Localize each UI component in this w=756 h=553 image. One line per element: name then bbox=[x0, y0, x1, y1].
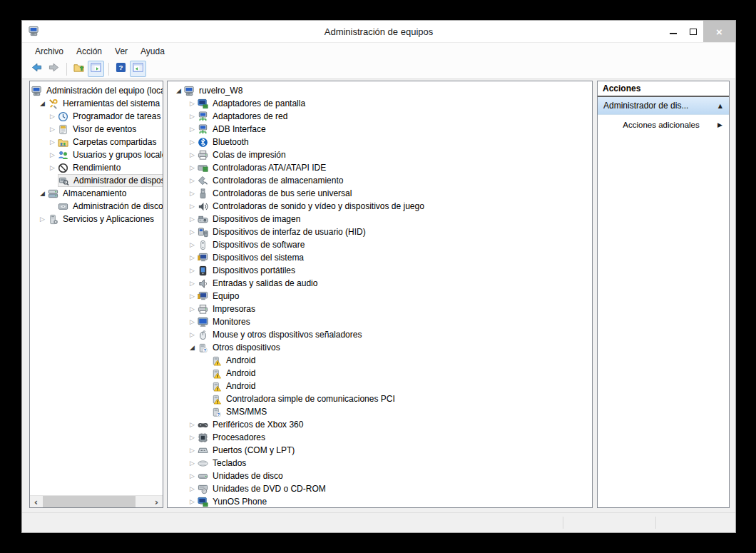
collapse-arrow-icon[interactable]: ▲ bbox=[718, 103, 722, 109]
tree-item[interactable]: ▷Entradas y salidas de audio bbox=[168, 277, 592, 290]
expander-collapsed-icon[interactable]: ▷ bbox=[187, 123, 198, 136]
expander-collapsed-icon[interactable]: ▷ bbox=[187, 328, 198, 341]
tree-item[interactable]: ▷Carpetas compartidas bbox=[30, 136, 163, 148]
tree-item[interactable]: ▷Adaptadores de pantalla bbox=[168, 97, 592, 110]
expander-collapsed-icon[interactable]: ▷ bbox=[187, 290, 198, 303]
tree-item[interactable]: ▷Procesadores bbox=[168, 431, 592, 444]
tree-item[interactable]: ▷Controladoras de almacenamiento bbox=[168, 174, 592, 187]
tree-item[interactable]: ▷Dispositivos de imagen bbox=[168, 213, 592, 225]
expander-collapsed-icon[interactable]: ▷ bbox=[187, 418, 198, 431]
expander-collapsed-icon[interactable]: ▷ bbox=[187, 251, 198, 264]
scrollbar-track[interactable] bbox=[42, 496, 150, 507]
tree-item[interactable]: ▷Visor de eventos bbox=[30, 123, 163, 136]
help-button[interactable]: ? bbox=[113, 61, 129, 77]
tree-item[interactable]: ▷Periféricos de Xbox 360 bbox=[168, 418, 592, 431]
tree-item[interactable]: ▷Dispositivos de interfaz de usuario (HI… bbox=[168, 225, 592, 238]
tree-item[interactable]: ▷Programador de tareas bbox=[30, 110, 163, 123]
scroll-left-icon[interactable]: ‹ bbox=[30, 496, 42, 507]
tree-item[interactable]: Administración del equipo (local) bbox=[30, 84, 163, 97]
tree-item[interactable]: ▷ADB Interface bbox=[168, 123, 592, 136]
expander-expanded-icon[interactable]: ◢ bbox=[37, 97, 48, 110]
menu-ver[interactable]: Ver bbox=[108, 44, 134, 59]
expander-collapsed-icon[interactable]: ▷ bbox=[187, 444, 198, 457]
scrollbar-thumb[interactable] bbox=[43, 496, 136, 507]
tree-item[interactable]: ◢Herramientas del sistema bbox=[30, 97, 163, 110]
up-level-button[interactable] bbox=[71, 61, 87, 77]
tree-item[interactable]: ?SMS/MMS bbox=[168, 405, 592, 418]
tree-item[interactable]: ▷Unidades de DVD o CD-ROM bbox=[168, 482, 592, 495]
expander-collapsed-icon[interactable]: ▷ bbox=[187, 431, 198, 444]
tree-item[interactable]: ▷Servicios y Aplicaciones bbox=[30, 213, 163, 225]
tree-item[interactable]: Controladora simple de comunicaciones PC… bbox=[168, 392, 592, 405]
maximize-button[interactable] bbox=[683, 21, 703, 42]
expander-expanded-icon[interactable]: ◢ bbox=[37, 187, 48, 200]
expander-collapsed-icon[interactable]: ▷ bbox=[37, 213, 48, 225]
expander-collapsed-icon[interactable]: ▷ bbox=[187, 470, 198, 482]
tree-item[interactable]: ▷Puertos (COM y LPT) bbox=[168, 444, 592, 457]
expander-expanded-icon[interactable]: ◢ bbox=[187, 341, 198, 354]
tree-item[interactable]: Android bbox=[168, 354, 592, 367]
expander-collapsed-icon[interactable]: ▷ bbox=[47, 136, 58, 148]
expander-collapsed-icon[interactable]: ▷ bbox=[187, 174, 198, 187]
tree-item[interactable]: ▷Colas de impresión bbox=[168, 148, 592, 161]
expander-collapsed-icon[interactable]: ▷ bbox=[187, 213, 198, 225]
minimize-button[interactable] bbox=[663, 21, 683, 42]
close-button[interactable]: × bbox=[703, 21, 735, 42]
expander-collapsed-icon[interactable]: ▷ bbox=[187, 136, 198, 148]
expander-collapsed-icon[interactable]: ▷ bbox=[187, 110, 198, 123]
expander-collapsed-icon[interactable]: ▷ bbox=[187, 225, 198, 238]
tree-item[interactable]: Android bbox=[168, 367, 592, 380]
tree-item[interactable]: ▷Adaptadores de red bbox=[168, 110, 592, 123]
actions-item-additional-actions[interactable]: Acciones adicionales ▶ bbox=[598, 115, 729, 134]
tree-item[interactable]: ◢ruvelro_W8 bbox=[168, 84, 592, 97]
menu-ayuda[interactable]: Ayuda bbox=[134, 44, 171, 59]
tree-item[interactable]: ▷Usuarios y grupos locales bbox=[30, 148, 163, 161]
tree-item[interactable]: ▷YunOS Phone bbox=[168, 495, 592, 508]
menu-archivo[interactable]: Archivo bbox=[29, 44, 70, 59]
expander-collapsed-icon[interactable]: ▷ bbox=[187, 303, 198, 315]
expander-expanded-icon[interactable]: ◢ bbox=[173, 84, 184, 97]
tree-item[interactable]: ▷Bluetooth bbox=[168, 136, 592, 148]
tree-item[interactable]: ▷Mouse y otros dispositivos señaladores bbox=[168, 328, 592, 341]
menu-accion[interactable]: Acción bbox=[70, 44, 108, 59]
tree-item[interactable]: ▷Dispositivos de software bbox=[168, 238, 592, 251]
expander-collapsed-icon[interactable]: ▷ bbox=[187, 495, 198, 508]
expander-collapsed-icon[interactable]: ▷ bbox=[187, 315, 198, 328]
tree-item[interactable]: Android bbox=[168, 380, 592, 392]
tree-item[interactable]: ▷Dispositivos del sistema bbox=[168, 251, 592, 264]
action-pane-toggle-button[interactable] bbox=[130, 61, 146, 77]
console-tree-toggle-button[interactable] bbox=[88, 61, 104, 77]
expander-collapsed-icon[interactable]: ▷ bbox=[187, 161, 198, 174]
tree-item[interactable]: ◢Almacenamiento bbox=[30, 187, 163, 200]
expander-collapsed-icon[interactable]: ▷ bbox=[187, 264, 198, 277]
forward-arrow-button[interactable] bbox=[46, 61, 62, 77]
back-arrow-button[interactable] bbox=[29, 61, 45, 77]
tree-item[interactable]: ▷Rendimiento bbox=[30, 161, 163, 174]
tree-item[interactable]: ▷Controladoras de bus serie universal bbox=[168, 187, 592, 200]
scroll-right-icon[interactable]: › bbox=[150, 496, 163, 507]
expander-collapsed-icon[interactable]: ▷ bbox=[187, 277, 198, 290]
tree-item[interactable]: ▷Equipo bbox=[168, 290, 592, 303]
expander-collapsed-icon[interactable]: ▷ bbox=[47, 110, 58, 123]
tree-item[interactable]: ▷Dispositivos portátiles bbox=[168, 264, 592, 277]
expander-collapsed-icon[interactable]: ▷ bbox=[187, 200, 198, 213]
tree-item[interactable]: ◢?Otros dispositivos bbox=[168, 341, 592, 354]
tree-item[interactable]: Administración de discos bbox=[30, 200, 163, 213]
expander-collapsed-icon[interactable]: ▷ bbox=[187, 97, 198, 110]
tree-item[interactable]: ▷Unidades de disco bbox=[168, 470, 592, 482]
expander-collapsed-icon[interactable]: ▷ bbox=[187, 238, 198, 251]
expander-collapsed-icon[interactable]: ▷ bbox=[187, 457, 198, 470]
tree-item[interactable]: ▷Controladoras de sonido y vídeo y dispo… bbox=[168, 200, 592, 213]
expander-collapsed-icon[interactable]: ▷ bbox=[187, 482, 198, 495]
expander-collapsed-icon[interactable]: ▷ bbox=[47, 123, 58, 136]
tree-item[interactable]: ▷Teclados bbox=[168, 457, 592, 470]
expander-collapsed-icon[interactable]: ▷ bbox=[187, 148, 198, 161]
expander-collapsed-icon[interactable]: ▷ bbox=[47, 161, 58, 174]
horizontal-scrollbar[interactable]: ‹ › bbox=[30, 495, 163, 507]
expander-collapsed-icon[interactable]: ▷ bbox=[47, 148, 58, 161]
tree-item[interactable]: ▷Controladoras ATA/ATAPI IDE bbox=[168, 161, 592, 174]
tree-item[interactable]: Administrador de dispositivos bbox=[30, 174, 163, 187]
tree-item[interactable]: ▷Impresoras bbox=[168, 303, 592, 315]
titlebar[interactable]: Administración de equipos × bbox=[22, 21, 735, 42]
actions-group-header[interactable]: Administrador de dis... ▲ bbox=[598, 97, 729, 115]
